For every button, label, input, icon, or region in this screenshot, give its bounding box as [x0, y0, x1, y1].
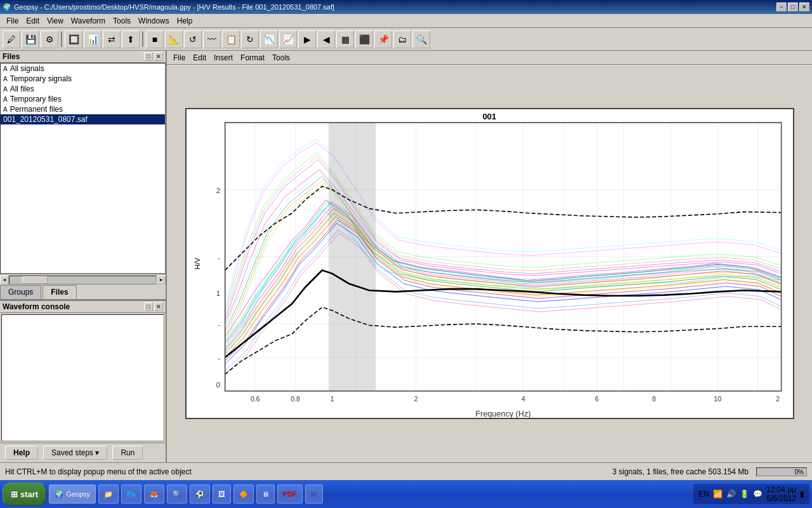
screen-icon: 🖥 — [262, 490, 269, 498]
chart-menu-tools[interactable]: Tools — [268, 52, 294, 64]
files-panel-close[interactable]: ✕ — [154, 52, 163, 61]
menu-tools[interactable]: Tools — [109, 15, 134, 27]
waveform-panel-controls: □ ✕ — [144, 302, 163, 311]
toolbar-square[interactable]: ⬛ — [355, 30, 373, 48]
toolbar-grid[interactable]: ▦ — [336, 30, 354, 48]
start-button[interactable]: ⊞ start — [3, 483, 46, 505]
h-scrollbar-track[interactable] — [9, 276, 157, 284]
close-button[interactable]: ✕ — [799, 3, 809, 11]
menu-waveform[interactable]: Waveform — [67, 15, 109, 27]
svg-text:Frequency (Hz): Frequency (Hz) — [475, 410, 530, 418]
scroll-left-btn[interactable]: ◂ — [0, 276, 9, 284]
toolbar-pin[interactable]: 📌 — [374, 30, 392, 48]
h-scrollbar-area: ◂ ▸ — [0, 274, 166, 285]
toolbar-back[interactable]: ◀ — [317, 30, 335, 48]
svg-text:-: - — [218, 320, 220, 328]
menu-windows[interactable]: Windows — [134, 15, 173, 27]
chart-menu-format[interactable]: Format — [237, 52, 268, 64]
toolbar-export[interactable]: ⬆ — [122, 30, 140, 48]
toolbar-zoom[interactable]: 🔍 — [412, 30, 430, 48]
waveform-panel-restore[interactable]: □ — [144, 302, 153, 311]
waveform-panel-close[interactable]: ✕ — [154, 302, 163, 311]
toolbar-open[interactable]: 🖊 — [3, 30, 20, 48]
all-files-label: All files — [10, 84, 34, 93]
list-item-saf-file[interactable]: 001_20120531_0807.saf — [1, 114, 165, 124]
all-files-icon: A — [3, 86, 8, 93]
taskbar-app-pdf[interactable]: PDF — [277, 485, 303, 504]
toolbar-select[interactable]: 🔲 — [65, 30, 82, 48]
toolbar-settings[interactable]: ⚙ — [41, 30, 58, 48]
svg-text:1: 1 — [330, 395, 334, 403]
speaker-icon: 🔊 — [726, 490, 736, 498]
toolbar-wave[interactable]: 〰 — [203, 30, 221, 48]
temp-signals-icon: A — [3, 76, 8, 83]
taskbar: ⊞ start 🌍 Geopsy 📁 Ps 🦊 🔍 ⚽ 🖼 🔶 🖥 — [0, 480, 812, 508]
chart-svg: 2 - 1 - - 0 0.6 0.8 1 2 4 6 8 10 2 — [187, 109, 793, 418]
pdf-icon: PDF — [283, 490, 297, 498]
show-desktop-icon[interactable]: ▮ — [800, 490, 804, 498]
taskbar-app-search[interactable]: 🔍 — [167, 485, 187, 504]
toolbar-stop[interactable]: ■ — [146, 30, 164, 48]
svg-text:0.6: 0.6 — [250, 395, 259, 403]
status-right-text: 3 signals, 1 files, free cache 503.154 M… — [612, 467, 749, 476]
clock: 12:04 μμ 6/6/2012 — [766, 485, 796, 503]
list-item-all-files[interactable]: A All files — [1, 84, 165, 94]
taskbar-app-screen[interactable]: 🖥 — [256, 485, 275, 504]
taskbar-apps: 🌍 Geopsy 📁 Ps 🦊 🔍 ⚽ 🖼 🔶 🖥 PDF — [49, 485, 691, 504]
search-icon: 🔍 — [173, 490, 181, 498]
toolbar-ruler[interactable]: 📐 — [165, 30, 183, 48]
taskbar-app-photoshop[interactable]: Ps — [121, 485, 141, 504]
status-left-text: Hit CTRL+M to display popup menu of the … — [5, 467, 192, 476]
photoshop-icon: Ps — [127, 490, 135, 498]
minimize-button[interactable]: − — [776, 3, 787, 11]
list-item-perm-files[interactable]: A Permanent files — [1, 104, 165, 114]
menu-edit[interactable]: Edit — [22, 15, 43, 27]
toolbar-save[interactable]: 💾 — [22, 30, 39, 48]
taskbar-app-firefox[interactable]: 🦊 — [144, 485, 164, 504]
tab-groups[interactable]: Groups — [0, 285, 41, 299]
toolbar-refresh[interactable]: ↺ — [184, 30, 202, 48]
msg-icon: 💬 — [753, 490, 763, 498]
taskbar-app-img[interactable]: 🖼 — [213, 485, 231, 504]
taskbar-app-ball[interactable]: ⚽ — [190, 485, 210, 504]
temp-files-icon: A — [3, 96, 8, 103]
chart-menu-file[interactable]: File — [169, 52, 189, 64]
window-title: Geopsy - C:/Users/prostimo/Desktop/HVSR/… — [14, 3, 334, 11]
files-panel-restore[interactable]: □ — [144, 52, 153, 61]
geopsy-icon: 🌍 — [55, 490, 63, 498]
toolbar-copy[interactable]: 📋 — [222, 30, 240, 48]
bottom-bar: Help Saved steps ▾ Run — [0, 443, 166, 462]
h-scrollbar-thumb[interactable] — [22, 276, 48, 284]
taskbar-app-cone[interactable]: 🔶 — [233, 485, 254, 504]
menu-file[interactable]: File — [3, 15, 22, 27]
toolbar-sep-2 — [142, 32, 143, 47]
svg-text:4: 4 — [521, 395, 525, 403]
chart-box: 001 H/V — [185, 108, 794, 419]
toolbar-shuffle[interactable]: ⇄ — [103, 30, 121, 48]
saved-steps-arrow: ▾ — [95, 448, 99, 457]
run-button[interactable]: Run — [112, 446, 143, 460]
toolbar-repeat[interactable]: ↻ — [241, 30, 259, 48]
toolbar-up[interactable]: 📈 — [279, 30, 297, 48]
toolbar-play[interactable]: ▶ — [298, 30, 316, 48]
chart-menu-insert[interactable]: Insert — [210, 52, 237, 64]
list-item-temp-files[interactable]: A Temporary files — [1, 94, 165, 104]
toolbar-chart[interactable]: 📊 — [84, 30, 102, 48]
tab-files[interactable]: Files — [43, 285, 76, 299]
toolbar-folder[interactable]: 🗂 — [393, 30, 411, 48]
files-panel-title: Files — [3, 52, 20, 61]
saved-steps-button[interactable]: Saved steps ▾ — [43, 446, 107, 460]
toolbar-down[interactable]: 📉 — [260, 30, 278, 48]
scroll-right-btn[interactable]: ▸ — [157, 276, 166, 284]
maximize-button[interactable]: □ — [788, 3, 798, 11]
taskbar-app-geopsy[interactable]: 🌍 Geopsy — [49, 485, 96, 504]
list-item-all-signals[interactable]: A All signals — [1, 64, 165, 74]
menu-view[interactable]: View — [43, 15, 67, 27]
chart-menu-edit[interactable]: Edit — [189, 52, 210, 64]
list-item-temp-signals[interactable]: A Temporary signals — [1, 74, 165, 84]
help-button[interactable]: Help — [5, 446, 38, 460]
taskbar-app-word[interactable]: W — [305, 485, 323, 504]
menu-help[interactable]: Help — [173, 15, 197, 27]
toolbar-sep-1 — [61, 32, 62, 47]
taskbar-app-explorer[interactable]: 📁 — [98, 485, 119, 504]
